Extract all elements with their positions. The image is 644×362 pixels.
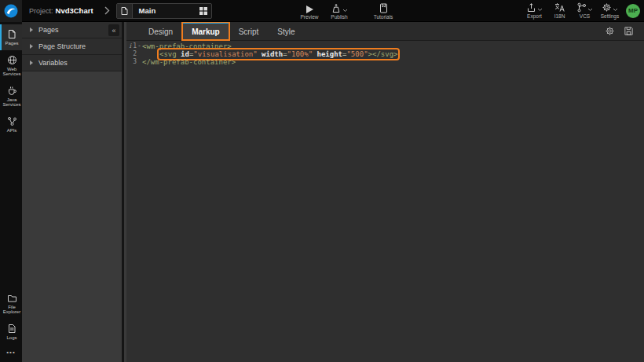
export-button[interactable]: Export — [523, 0, 546, 22]
panel-section-page-structure[interactable]: Page Structure — [22, 38, 122, 55]
export-label: Export — [527, 13, 542, 19]
i18n-translate-icon — [554, 2, 565, 13]
header-center-actions: Preview Publish — [295, 0, 401, 22]
rail-item-file-explorer[interactable]: File Explorer — [0, 289, 22, 319]
rail-item-logs[interactable]: Logs — [0, 319, 22, 345]
publish-button[interactable]: Publish — [324, 0, 355, 22]
lint-info-icon: i — [130, 42, 132, 50]
preview-play-icon — [306, 3, 313, 13]
code-text: <wm-prefab-container> — [142, 42, 232, 50]
rail-label-logs: Logs — [6, 335, 16, 341]
i18n-label: I18N — [554, 13, 565, 19]
rail-more-button[interactable]: ••• — [0, 344, 22, 362]
settings-gear-icon — [602, 2, 612, 13]
code-token: ></svg> — [368, 50, 398, 58]
rail-item-java-services[interactable]: Java Services — [0, 81, 22, 112]
settings-button[interactable]: Settings — [598, 0, 621, 22]
rail-item-web-services[interactable]: Web Services — [0, 50, 22, 81]
tab-script[interactable]: Script — [229, 22, 269, 40]
rail-label-java-services: Java Services — [2, 97, 22, 108]
logs-document-icon — [7, 324, 16, 334]
code-editor[interactable]: i1-<wm-prefab-container> 2<svg id="visua… — [126, 41, 644, 362]
tab-style[interactable]: Style — [268, 22, 304, 40]
fold-marker-icon[interactable]: - — [137, 42, 142, 50]
code-line-2[interactable]: 2<svg id="visualisation" width="100%" he… — [126, 50, 644, 58]
code-token: width — [262, 50, 283, 58]
publish-deploy-icon — [331, 3, 342, 13]
publish-label: Publish — [331, 14, 347, 20]
rail-item-apis[interactable]: APIs — [0, 112, 22, 137]
expand-triangle-icon — [30, 27, 33, 32]
preview-button[interactable]: Preview — [295, 0, 324, 22]
code-token: height — [317, 50, 343, 58]
user-avatar[interactable]: MP — [626, 4, 640, 18]
panel-section-variables-label: Variables — [38, 59, 68, 67]
tutorials-doc-icon — [379, 3, 388, 13]
expand-triangle-icon — [30, 44, 33, 49]
page-file-icon — [117, 4, 133, 18]
rail-label-web-services: Web Services — [2, 67, 22, 77]
markup-settings-gear-icon[interactable] — [605, 26, 615, 36]
gutter-line-3: 3 — [126, 58, 137, 66]
rail-spacer — [0, 137, 22, 289]
page-switcher-grid-icon[interactable] — [196, 7, 211, 15]
project-label: Project: — [29, 7, 53, 15]
line-number: 2 — [133, 50, 137, 58]
open-page-tab-label: Main — [133, 6, 196, 15]
rail-item-pages[interactable]: Pages — [0, 24, 22, 50]
vcs-label: VCS — [580, 13, 590, 19]
editor-area: Design Markup Script Style — [126, 22, 644, 362]
java-services-coffee-icon — [7, 86, 17, 96]
apis-connector-icon — [7, 116, 17, 126]
vcs-branch-icon — [576, 2, 587, 13]
tabbar-icons — [605, 22, 644, 40]
rail-label-file-explorer: File Explorer — [2, 305, 22, 315]
left-panel: Pages « Page Structure Variables — [22, 22, 124, 362]
code-token: "visualisation" — [193, 50, 257, 58]
page-nav-chevron-icon[interactable] — [104, 6, 110, 15]
line-number: 3 — [133, 58, 137, 66]
code-token: <svg — [159, 50, 181, 58]
project-name-value: Nvd3Chart — [56, 6, 93, 15]
tab-design[interactable]: Design — [139, 22, 182, 40]
tab-markup[interactable]: Markup — [182, 22, 229, 40]
panel-collapse-button[interactable]: « — [108, 24, 119, 36]
top-header: Project:Nvd3Chart Main Preview — [0, 0, 644, 22]
wavemaker-logo-icon — [4, 4, 18, 18]
app-logo[interactable] — [0, 0, 22, 22]
publish-dropdown-chevron-icon — [342, 9, 348, 13]
export-icon — [526, 2, 536, 13]
tutorials-label: Tutorials — [374, 14, 393, 20]
settings-dropdown-chevron-icon — [613, 8, 618, 12]
save-icon[interactable] — [624, 26, 634, 36]
settings-label: Settings — [601, 13, 620, 19]
code-token: id — [181, 50, 189, 58]
code-token: "500" — [346, 50, 368, 58]
editor-tabbar: Design Markup Script Style — [126, 22, 644, 41]
left-icon-rail: Pages Web Services Java Services — [0, 22, 22, 362]
rail-label-apis: APIs — [7, 128, 17, 133]
web-services-globe-icon — [7, 55, 17, 65]
expand-triangle-icon — [30, 60, 33, 65]
vcs-button[interactable]: VCS — [573, 0, 596, 22]
export-dropdown-chevron-icon — [537, 8, 543, 12]
i18n-button[interactable]: I18N — [548, 0, 571, 22]
tutorials-button[interactable]: Tutorials — [366, 0, 401, 22]
code-line-1[interactable]: i1-<wm-prefab-container> — [126, 42, 644, 50]
code-text: <svg id="visualisation" width="100%" hei… — [142, 50, 397, 58]
open-page-tab[interactable]: Main — [116, 3, 212, 19]
preview-label: Preview — [300, 14, 318, 20]
panel-section-pages[interactable]: Pages « — [22, 22, 122, 38]
code-token: "100%" — [287, 50, 313, 58]
header-right-actions: Export I18N — [523, 0, 644, 22]
panel-section-page-structure-label: Page Structure — [38, 42, 86, 50]
rail-label-pages: Pages — [5, 41, 18, 46]
project-name: Project:Nvd3Chart — [29, 6, 93, 15]
gutter-line-1: i1 — [126, 42, 137, 50]
code-line-3[interactable]: 3</wm-prefab-container> — [126, 58, 644, 66]
code-text: </wm-prefab-container> — [142, 58, 236, 66]
panel-section-variables[interactable]: Variables — [22, 55, 122, 71]
vcs-dropdown-chevron-icon — [587, 8, 593, 12]
panel-section-pages-label: Pages — [38, 26, 59, 34]
annotation-highlight-box: <svg id="visualisation" width="100%" hei… — [159, 50, 397, 58]
